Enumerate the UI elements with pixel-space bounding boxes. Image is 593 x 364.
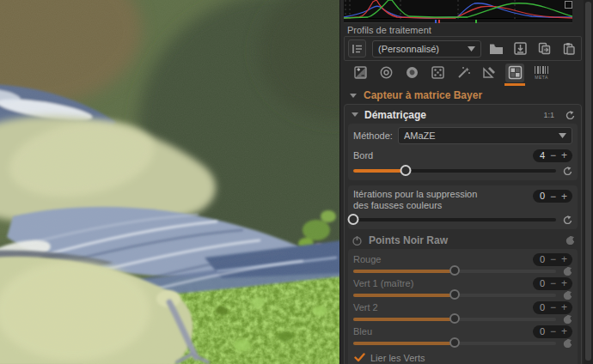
bayer-sensor-expander[interactable]: Capteur à matrice Bayer	[344, 87, 583, 104]
raw-bayer-icon	[508, 65, 523, 80]
raw-black-blue-group: Bleu 0 − +	[353, 325, 572, 349]
green1-value[interactable]: 0	[540, 278, 547, 288]
tab-detail[interactable]	[376, 64, 395, 82]
bord-value-stepper: 4 − +	[533, 149, 572, 162]
plus-button[interactable]: +	[559, 327, 569, 336]
metadata-tab-label: META	[535, 75, 548, 80]
link-greens-checkbox[interactable]: Lier les Verts	[353, 351, 572, 364]
slider-track[interactable]	[353, 218, 556, 221]
false-color-slider[interactable]	[353, 214, 556, 226]
plus-button[interactable]: +	[559, 279, 569, 288]
bayer-sensor-title: Capteur à matrice Bayer	[364, 89, 482, 101]
green2-value-stepper: 0 − +	[533, 301, 572, 314]
slider-thumb[interactable]	[449, 265, 460, 276]
tab-transform[interactable]	[480, 64, 498, 82]
panel-scrollbar[interactable]	[584, 0, 593, 364]
profiles-frame: (Personnalisé)	[344, 36, 582, 61]
save-icon	[514, 42, 527, 55]
green2-value[interactable]: 0	[540, 302, 547, 312]
reset-icon[interactable]	[561, 313, 572, 325]
load-profile-button[interactable]	[487, 39, 505, 58]
histogram[interactable]	[344, 0, 572, 19]
slider-thumb[interactable]	[449, 289, 460, 300]
false-color-value[interactable]: 0	[540, 191, 547, 202]
red-label: Rouge	[353, 254, 533, 264]
bord-slider[interactable]	[353, 165, 556, 177]
minus-button[interactable]: −	[548, 279, 558, 288]
histogram-options-button[interactable]	[565, 1, 572, 9]
right-tool-panel: Profils de traitement (Personnalisé)	[339, 0, 593, 364]
reset-icon[interactable]	[561, 214, 572, 225]
raw-black-card: Rouge 0 − +	[348, 249, 578, 364]
plus-button[interactable]: +	[559, 192, 569, 201]
minus-button[interactable]: −	[548, 255, 558, 264]
profile-combobox[interactable]: (Personnalisé)	[372, 40, 481, 58]
power-icon[interactable]	[352, 235, 363, 246]
red-slider[interactable]	[353, 265, 556, 276]
reset-icon[interactable]	[561, 337, 572, 349]
demosaic-card: Méthode: AMaZE Bord 4 − +	[348, 124, 578, 180]
minus-button[interactable]: −	[548, 151, 558, 160]
tab-locallab[interactable]	[454, 64, 473, 82]
histogram-indicator-bar	[344, 19, 572, 23]
paste-icon	[563, 42, 575, 55]
tab-metadata[interactable]: META	[531, 64, 552, 82]
save-profile-button[interactable]	[511, 39, 529, 58]
blue-value[interactable]: 0	[540, 326, 547, 337]
false-color-label-line2: des fausses couleurs	[353, 200, 526, 211]
slider-thumb[interactable]	[449, 337, 460, 348]
slider-thumb[interactable]	[400, 165, 412, 176]
plus-button[interactable]: +	[559, 255, 569, 264]
bird-photo-illustration	[0, 0, 339, 364]
reset-icon[interactable]	[564, 235, 575, 246]
photo-preview[interactable]	[0, 0, 339, 364]
slider-fill	[353, 318, 455, 321]
color-icon	[405, 65, 419, 80]
wand-icon	[456, 65, 471, 80]
demosaic-expander[interactable]: Dématriçage 1:1	[347, 106, 578, 123]
demosaic-method-value: AMaZE	[404, 130, 559, 141]
raw-black-expander[interactable]: Points Noir Raw	[347, 233, 578, 248]
minus-button[interactable]: −	[548, 192, 558, 201]
list-icon	[352, 43, 364, 55]
tab-exposure[interactable]	[351, 64, 370, 82]
demosaic-method-combobox[interactable]: AMaZE	[398, 127, 572, 144]
reset-icon[interactable]	[564, 109, 575, 120]
blue-slider[interactable]	[353, 337, 556, 349]
blue-value-stepper: 0 − +	[533, 325, 572, 338]
false-color-card: Itérations pour la suppression des fauss…	[348, 185, 578, 229]
scrollbar-thumb[interactable]	[585, 2, 591, 361]
red-value-stepper: 0 − +	[533, 253, 572, 266]
false-color-label: Itérations pour la suppression des fauss…	[353, 189, 572, 211]
profile-combobox-value: (Personnalisé)	[378, 44, 468, 54]
slider-thumb[interactable]	[348, 214, 359, 225]
slider-fill	[353, 342, 455, 345]
preview-scale-badge: 1:1	[543, 111, 554, 119]
tab-advanced[interactable]	[428, 64, 447, 82]
paste-profile-button[interactable]	[559, 39, 578, 58]
bord-value[interactable]: 4	[540, 150, 547, 161]
plus-button[interactable]: +	[559, 151, 569, 160]
tab-color[interactable]	[402, 64, 421, 82]
blue-label: Bleu	[353, 326, 533, 337]
raw-black-green1-group: Vert 1 (maître) 0 − +	[353, 277, 572, 300]
tab-raw[interactable]	[505, 64, 524, 82]
reset-icon[interactable]	[561, 165, 572, 176]
plus-button[interactable]: +	[559, 303, 569, 312]
checkmark-icon	[354, 353, 365, 362]
minus-button[interactable]: −	[548, 327, 558, 336]
transform-icon	[482, 65, 497, 80]
copy-profile-button[interactable]	[535, 39, 553, 58]
slider-fill	[353, 270, 455, 273]
slider-thumb[interactable]	[449, 313, 460, 324]
minus-button[interactable]: −	[548, 303, 558, 312]
profile-fill-mode-button[interactable]	[348, 39, 366, 58]
green1-slider[interactable]	[353, 289, 556, 300]
green2-slider[interactable]	[353, 313, 556, 325]
red-value[interactable]: 0	[540, 254, 547, 264]
reset-icon[interactable]	[561, 265, 572, 276]
reset-icon[interactable]	[561, 289, 572, 300]
green1-value-stepper: 0 − +	[533, 277, 572, 290]
barcode-icon	[535, 66, 548, 74]
app-window: Profils de traitement (Personnalisé)	[0, 0, 593, 364]
